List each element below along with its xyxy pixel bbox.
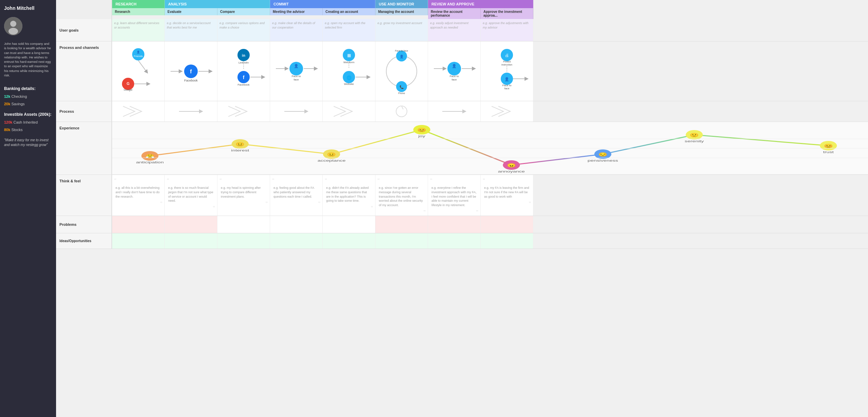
user-name: John Mitchell	[4, 5, 52, 11]
ch-creating: ▦ Webform 🌐 Website	[323, 41, 375, 101]
ug-evaluate-text: e.g. decide on a service/account that wo…	[167, 21, 211, 29]
ug-meeting: e.g. make clear all the details of our c…	[270, 19, 323, 41]
svg-line-6	[138, 60, 147, 72]
svg-text:Face to: Face to	[450, 75, 459, 78]
svg-text:Face to face: Face to face	[395, 50, 408, 52]
label-think-feel: Think & feel	[56, 175, 112, 216]
proc-svg-creating	[334, 105, 364, 118]
proc-svg-managing	[386, 105, 417, 118]
tf-evaluate: " e.g. there is so much financial jargon…	[165, 175, 217, 216]
svg-text:😊: 😊	[824, 143, 833, 148]
ug-creating: e.g. open my account with the selected f…	[323, 19, 375, 41]
phase-research: RESEARCH Research	[112, 0, 165, 19]
svg-text:trust: trust	[823, 150, 834, 154]
svg-text:serenity: serenity	[685, 140, 704, 143]
proc-compare	[217, 101, 270, 122]
proc-review-perf	[428, 101, 481, 122]
avatar	[4, 17, 22, 35]
svg-text:📞: 📞	[400, 85, 404, 89]
svg-text:Website: Website	[344, 83, 354, 86]
experience-row: Experience	[56, 122, 868, 175]
savings-amount: 20k	[4, 102, 10, 106]
tf-compare: " e.g. my head is spinning after trying …	[217, 175, 270, 216]
phase-review-label: REVIEW AND APPROVE	[428, 0, 533, 8]
svg-text:G: G	[127, 81, 130, 86]
svg-text:😐: 😐	[235, 142, 245, 147]
tf-review-perf: " e.g. everytime I refine the investment…	[428, 175, 481, 216]
ideas-row: Ideas/Opportunities	[56, 233, 868, 249]
sub-evaluate: Evaluate	[165, 8, 217, 15]
ug-meeting-text: e.g. make clear all the details of our c…	[272, 21, 315, 29]
savings-label: Savings	[11, 102, 24, 106]
tf-managing-text: e.g. since I've gotten an error message …	[377, 184, 426, 208]
svg-text:Facebook: Facebook	[184, 79, 198, 82]
tf-research: " e.g. all this is a bit overwhelming an…	[112, 175, 165, 216]
svg-text:joy: joy	[418, 134, 425, 138]
ideas-research	[112, 233, 165, 249]
stocks-amount: 80k	[4, 128, 10, 132]
svg-text:Phone: Phone	[398, 92, 405, 94]
svg-point-2	[8, 28, 18, 35]
svg-text:😊: 😊	[417, 127, 426, 132]
svg-text:👤: 👤	[504, 77, 509, 81]
svg-text:👤: 👤	[294, 64, 299, 68]
channel-svg-research: 👤 Friends G Google	[114, 45, 162, 97]
phase-analysis: ANALYSIS Evaluate Compare	[165, 0, 270, 19]
ideas-approve	[481, 233, 533, 249]
ideas-compare	[217, 233, 270, 249]
user-quote: "Make it easy for me to invest and watch…	[4, 138, 52, 147]
journey-map: RESEARCH Research ANALYSIS Evaluate Comp…	[56, 0, 868, 249]
svg-text:in: in	[242, 53, 245, 57]
phase-use-subs: Managing the account	[375, 8, 428, 15]
channel-svg-managing: 👤 Face to face 📞 Phone	[378, 45, 425, 97]
tf-managing: " e.g. since I've gotten an error messag…	[375, 175, 428, 216]
ug-review-perf-text: e.g. easily adjust investment approach a…	[430, 21, 468, 29]
svg-text:👤: 👤	[452, 64, 457, 68]
experience-chart-container: 😤 anticipation 😐 interest 😐 acceptance 😊…	[112, 122, 868, 175]
svg-point-63	[396, 106, 407, 117]
prob-review-perf	[428, 216, 481, 233]
phase-commit: COMMIT Meeting the advisor Creating an a…	[270, 0, 375, 19]
proc-svg-review	[439, 105, 470, 118]
tf-meeting: " e.g. feeling good about the FA who pat…	[270, 175, 323, 216]
prob-compare	[217, 216, 270, 233]
svg-text:f: f	[243, 75, 245, 80]
tf-approve: " e.g. my FA is leaving the firm and I'm…	[481, 175, 533, 216]
sub-compare: Compare	[217, 8, 270, 15]
ch-approve: 🖨 Printed instruction 👤 Face to face	[481, 41, 533, 101]
phase-research-label: RESEARCH	[112, 0, 165, 8]
sub-approve: Approve the investment approa...	[481, 8, 533, 19]
sub-review-perf: Review the account perfomance	[428, 8, 481, 19]
svg-text:Face to: Face to	[292, 75, 301, 78]
svg-text:👤: 👤	[137, 50, 140, 54]
label-process: Process	[56, 101, 112, 122]
phase-analysis-subs: Evaluate Compare	[165, 8, 270, 15]
ug-review-perf: e.g. easily adjust investment approach a…	[428, 19, 481, 41]
ideas-managing	[375, 233, 428, 249]
ch-meeting: 👤 Face to face	[270, 41, 323, 101]
ug-approve-text: e.g. approve the adjustments with my adv…	[483, 21, 529, 29]
svg-text:face: face	[504, 87, 510, 90]
prob-research	[112, 216, 165, 233]
phase-commit-label: COMMIT	[270, 0, 375, 8]
tf-compare-text: e.g. my head is spinning after trying to…	[219, 184, 268, 200]
svg-text:▦: ▦	[347, 53, 351, 58]
ug-evaluate: e.g. decide on a service/account that wo…	[165, 19, 217, 41]
prob-managing	[375, 216, 428, 233]
proc-svg-research	[123, 105, 154, 118]
prob-meeting	[270, 216, 323, 233]
phase-use: USE AND MONITOR Managing the account	[375, 0, 428, 19]
svg-text:annoyance: annoyance	[498, 170, 525, 173]
svg-text:😐: 😐	[327, 152, 336, 157]
phase-commit-subs: Meeting the advisor Creating an account	[270, 8, 375, 15]
process-row: Process	[56, 101, 868, 122]
channel-svg-approve: 🖨 Printed instruction 👤 Face to face	[483, 45, 531, 97]
channel-svg-review-perf: 👤 Face to face	[430, 45, 478, 97]
phase-use-label: USE AND MONITOR	[375, 0, 428, 8]
proc-svg-compare	[228, 105, 259, 118]
channel-svg-evaluate: f Facebook	[167, 45, 215, 97]
ch-managing: 👤 Face to face 📞 Phone	[375, 41, 428, 101]
prob-approve	[481, 216, 533, 233]
think-feel-row: Think & feel " e.g. all this is a bit ov…	[56, 175, 868, 216]
label-ideas: Ideas/Opportunities	[56, 233, 112, 249]
